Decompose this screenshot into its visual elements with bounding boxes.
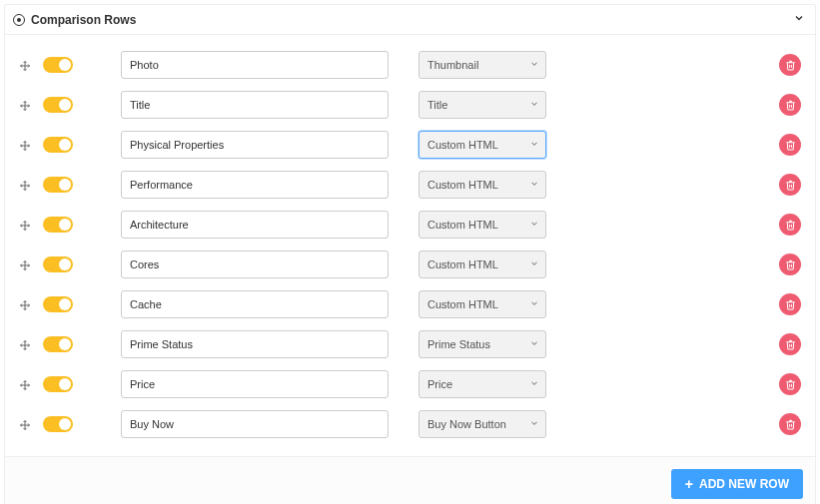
drag-handle-icon[interactable] [17,138,33,152]
row-name-input[interactable] [121,211,389,239]
add-new-row-button[interactable]: + ADD NEW ROW [671,469,803,499]
row: Price [17,364,803,404]
row-type-select[interactable]: Prime Status [418,330,546,358]
bullet-icon [13,14,25,26]
drag-handle-icon[interactable] [17,417,33,431]
drag-handle-icon[interactable] [17,337,33,351]
row-type-select[interactable]: Custom HTML [418,290,546,318]
select-display: Thumbnail [418,51,546,79]
select-display: Title [418,91,546,119]
plus-icon: + [685,477,693,491]
row-name-input[interactable] [121,330,389,358]
row: Custom HTML [17,245,803,284]
row: Buy Now Button [17,404,803,444]
row-type-select[interactable]: Custom HTML [418,131,546,159]
row-type-select[interactable]: Buy Now Button [418,410,546,438]
enable-toggle[interactable] [43,217,73,233]
drag-handle-icon[interactable] [17,377,33,391]
row-name-input[interactable] [121,91,389,119]
drag-handle-icon[interactable] [17,257,33,271]
row-type-select[interactable]: Title [418,91,546,119]
select-display: Custom HTML [418,290,546,318]
select-display: Price [418,370,546,398]
row-type-select[interactable]: Custom HTML [418,211,546,239]
row-name-input[interactable] [121,51,389,79]
delete-row-button[interactable] [779,333,801,355]
delete-row-button[interactable] [779,413,801,435]
delete-row-button[interactable] [779,373,801,395]
row-name-input[interactable] [121,290,389,318]
drag-handle-icon[interactable] [17,98,33,112]
row: Custom HTML [17,284,803,324]
select-display: Custom HTML [418,251,546,278]
delete-row-button[interactable] [779,134,801,156]
row-type-select[interactable]: Custom HTML [418,171,546,199]
row-type-select[interactable]: Thumbnail [418,51,546,79]
select-display: Custom HTML [418,131,546,159]
panel-title: Comparison Rows [31,13,793,27]
delete-row-button[interactable] [779,54,801,76]
row: Prime Status [17,324,803,364]
enable-toggle[interactable] [43,336,73,352]
row: Title [17,85,803,125]
select-display: Prime Status [418,330,546,358]
enable-toggle[interactable] [43,296,73,312]
comparison-rows-panel: Comparison Rows Thumbnail [4,4,816,504]
enable-toggle[interactable] [43,177,73,193]
rows-container: Thumbnail [5,35,815,456]
enable-toggle[interactable] [43,57,73,73]
enable-toggle[interactable] [43,376,73,392]
row: Custom HTML [17,125,803,165]
row-type-select[interactable]: Custom HTML [418,251,546,278]
enable-toggle[interactable] [43,137,73,153]
row: Thumbnail [17,45,803,85]
drag-handle-icon[interactable] [17,297,33,311]
delete-row-button[interactable] [779,94,801,116]
select-display: Buy Now Button [418,410,546,438]
drag-handle-icon[interactable] [17,58,33,72]
row-name-input[interactable] [121,131,389,159]
row: Custom HTML [17,165,803,205]
collapse-chevron-icon[interactable] [793,12,805,27]
drag-handle-icon[interactable] [17,218,33,232]
add-button-label: ADD NEW ROW [699,477,789,491]
row-name-input[interactable] [121,410,389,438]
row-name-input[interactable] [121,251,389,278]
panel-footer: + ADD NEW ROW [5,456,815,504]
panel-header[interactable]: Comparison Rows [5,5,815,35]
enable-toggle[interactable] [43,256,73,272]
select-display: Custom HTML [418,211,546,239]
row-type-select[interactable]: Price [418,370,546,398]
delete-row-button[interactable] [779,293,801,315]
delete-row-button[interactable] [779,174,801,196]
enable-toggle[interactable] [43,416,73,432]
select-display: Custom HTML [418,171,546,199]
row: Custom HTML [17,205,803,245]
row-name-input[interactable] [121,171,389,199]
enable-toggle[interactable] [43,97,73,113]
delete-row-button[interactable] [779,214,801,236]
row-name-input[interactable] [121,370,389,398]
delete-row-button[interactable] [779,253,801,275]
drag-handle-icon[interactable] [17,178,33,192]
